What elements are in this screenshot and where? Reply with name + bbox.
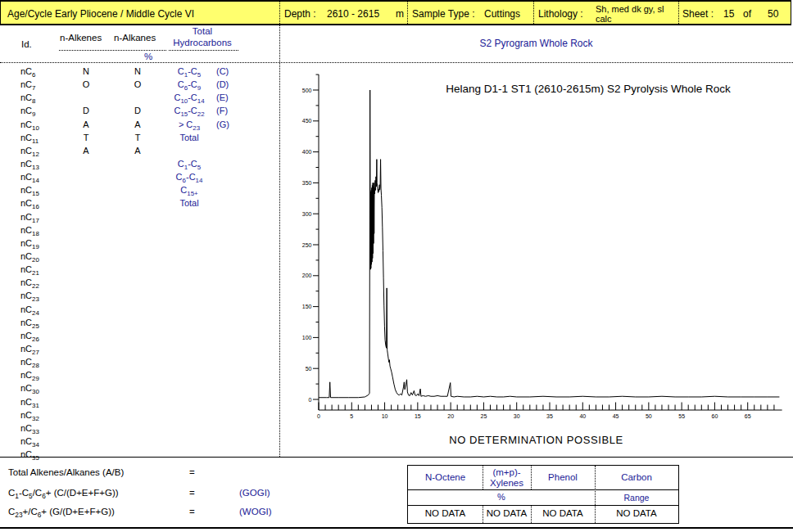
row-id: nC11 <box>20 133 39 142</box>
formula-row: C1-C5/C6+ (C/(D+E+F+G))=(GOGI) <box>0 488 393 501</box>
lithology-label: Lithology : <box>538 8 583 20</box>
alkene-value: O <box>70 79 102 89</box>
table-row: nC6NNC1-C5(C) <box>0 66 279 79</box>
age-cycle-label: Age/Cycle : <box>7 8 57 20</box>
formula-equals: = <box>189 467 195 477</box>
table-row: nC30 <box>0 383 279 396</box>
row-id: nC27 <box>20 344 39 354</box>
formula-result: (WOGI) <box>239 507 272 516</box>
x-tick-label: 65 <box>745 413 751 419</box>
table-row: nC15C15+ <box>0 185 279 198</box>
x-tick-label: 25 <box>481 413 487 419</box>
table-row: nC12AA <box>0 146 279 159</box>
alkane-value: T <box>121 133 154 142</box>
column-header: Carbon <box>595 472 678 482</box>
y-tick-label: 100 <box>302 335 312 340</box>
no-data-value: NO DATA <box>408 508 483 518</box>
alkene-value: A <box>70 146 102 156</box>
row-id: nC13 <box>20 159 39 169</box>
table-row: nC7OOC6-C9(D) <box>0 79 279 92</box>
total-range: C1-C5 <box>156 159 222 169</box>
row-id: nC34 <box>20 436 39 446</box>
row-id: nC19 <box>20 238 39 248</box>
x-tick-label: 35 <box>546 413 553 419</box>
table-row: nC24 <box>0 304 279 318</box>
sheet-of: of <box>743 8 751 20</box>
formula-result: (GOGI) <box>239 488 270 498</box>
alkane-value: A <box>121 146 154 156</box>
total-range: C6-C14 <box>156 172 222 182</box>
alkane-value: N <box>121 66 154 76</box>
table-row: nC14C6-C14 <box>0 172 279 185</box>
table-row: nC27 <box>0 344 279 357</box>
header-bar-separator <box>678 2 679 24</box>
table-row: nC8C10-C14(E) <box>0 92 279 106</box>
age-cycle-value: Early Pliocene / Middle Cycle VI <box>55 8 194 20</box>
x-tick-label: 50 <box>646 413 652 419</box>
header-bar: Age/Cycle : Early Pliocene / Middle Cycl… <box>0 0 791 25</box>
y-tick-label: 0 <box>309 397 312 403</box>
y-tick-label: 150 <box>302 304 312 309</box>
formula-row: Total Alkenes/Alkanes (A/B)= <box>0 467 393 480</box>
total-range: C1-C5 <box>156 66 222 76</box>
x-tick-label: 15 <box>415 413 421 419</box>
row-id: nC15 <box>20 185 39 195</box>
sample-type-label: Sample Type : <box>412 8 475 20</box>
depth-value: 2610 - 2615 <box>327 8 379 20</box>
column-header: (m+p)- <box>483 467 531 477</box>
row-id: nC33 <box>20 423 39 433</box>
table-row: nC21 <box>0 264 279 277</box>
table-row: nC19 <box>0 238 279 251</box>
table-row: nC31 <box>0 397 279 410</box>
total-range: C10-C14 <box>156 92 222 102</box>
total-hydrocarbons-header-line2: Hydrocarbons <box>161 38 243 47</box>
row-id: nC9 <box>20 106 35 115</box>
table-row: nC20 <box>0 251 279 264</box>
y-tick-label: 250 <box>302 242 312 248</box>
table-row: nC16Total <box>0 198 279 211</box>
chart-title: Helang D1-1 ST1 (2610-2615m) S2 Pyrolysi… <box>446 83 731 95</box>
x-tick-label: 40 <box>579 413 586 419</box>
alkane-value: O <box>121 79 154 89</box>
no-data-table: N-OcteneNO DATA(m+p)-XylenesNO DATAPheno… <box>407 465 679 524</box>
row-id: nC30 <box>20 383 39 393</box>
page-bottom-border <box>0 527 793 529</box>
row-id: nC24 <box>20 304 39 314</box>
row-id: nC12 <box>20 146 39 156</box>
x-tick-label: 55 <box>678 413 685 419</box>
alkane-value: A <box>121 119 154 129</box>
sample-type-value: Cuttings <box>484 8 520 20</box>
row-id: nC21 <box>20 264 39 274</box>
formula-row: C23+/C6+ (G/(D+E+F+G))=(WOGI) <box>0 507 393 520</box>
formula-equals: = <box>189 507 195 516</box>
total-range: C15+ <box>156 185 222 195</box>
lithology-value-line1: Sh, med dk gy, sl <box>596 4 664 14</box>
panel-title: S2 Pyrogram Whole Rock <box>279 38 793 49</box>
table-rule <box>408 505 678 506</box>
row-id: nC29 <box>20 370 39 380</box>
row-id: nC25 <box>20 318 39 327</box>
range-code: (D) <box>216 79 229 89</box>
row-id: nC18 <box>20 225 39 235</box>
alkene-value: T <box>70 133 102 142</box>
table-row: nC25 <box>0 318 279 331</box>
pyrogram-chart: 0501001502002503003504004505000510152025… <box>279 63 793 433</box>
total-range: C15-C22 <box>156 106 222 115</box>
row-id: nC10 <box>20 119 39 129</box>
table-row: nC23 <box>0 291 279 304</box>
x-tick-label: 20 <box>447 413 454 419</box>
sheet-number: 15 <box>723 8 734 20</box>
row-id: nC22 <box>20 277 39 287</box>
table-row: nC28 <box>0 357 279 370</box>
alkene-value: D <box>70 106 102 115</box>
total-underline <box>169 50 238 51</box>
y-tick-label: 200 <box>302 273 312 278</box>
percent-row-label: % <box>408 492 595 502</box>
y-tick-label: 50 <box>306 366 312 372</box>
alkene-value: N <box>70 66 102 76</box>
y-tick-label: 350 <box>302 180 312 186</box>
x-tick-label: 0 <box>317 413 320 419</box>
row-id: nC35 <box>20 449 39 459</box>
range-code: (F) <box>216 106 228 115</box>
row-id: nC26 <box>20 331 39 340</box>
